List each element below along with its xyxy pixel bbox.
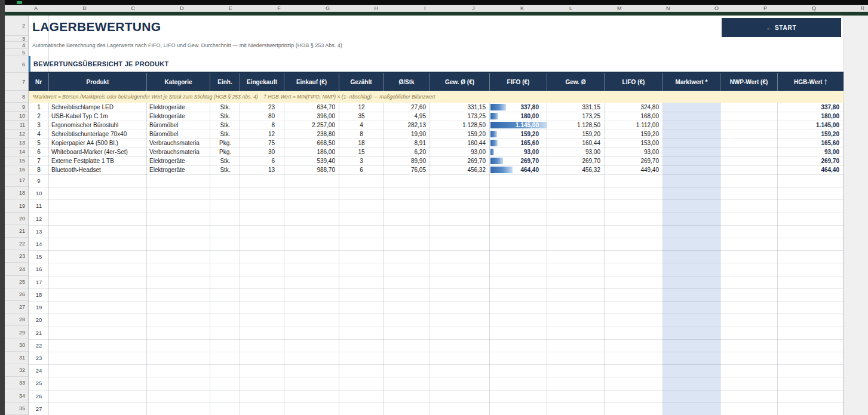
cell-einh[interactable]: Stk. [210,156,240,165]
row-header[interactable]: 32 [5,364,28,377]
cell-gezaehlt[interactable]: 15 [339,147,384,156]
cell-einkauf[interactable]: 2.257,00 [284,121,339,130]
column-header-hgb[interactable]: HGB-Wert † [778,73,844,91]
cell-produkt[interactable]: Schreibtischunterlage 70x40 [49,130,147,139]
row-header[interactable]: 24 [5,263,28,275]
cell-nr[interactable]: 25 [29,377,49,389]
column-header-letter[interactable]: E [229,5,232,12]
cell-nr[interactable]: 6 [29,147,49,156]
cell-produkt[interactable]: Ergonomischer Bürostuhl [49,121,147,130]
column-header-produkt[interactable]: Produkt [49,73,147,91]
column-header-letter[interactable]: O [714,5,719,12]
row-header[interactable]: 35 [5,402,28,415]
row-header[interactable]: 25 [5,276,28,288]
row-header[interactable]: 2 [5,16,28,36]
row-header[interactable]: 12 [5,130,28,139]
cell-lifo[interactable]: 324,80 [605,103,663,112]
cell-lifo[interactable]: 153,00 [605,139,663,147]
cell-eingekauft[interactable]: 12 [240,130,284,139]
column-header-gew_o[interactable]: Gew. Ø (€) [430,73,490,91]
cell-lifo[interactable]: 93,00 [605,147,663,156]
cell-gew_o2[interactable]: 331,15 [547,103,605,112]
cell-hgb[interactable]: 337,80 [778,103,844,112]
cell-nr[interactable]: 16 [29,263,49,275]
column-header-fifo[interactable]: FIFO (€) [490,73,547,91]
cell-gew_o[interactable]: 456,32 [430,165,490,174]
cell-nr[interactable]: 20 [29,313,49,326]
row-header[interactable]: 9 [5,103,28,112]
cell-nr[interactable]: 7 [29,156,49,165]
cell-o_stk[interactable]: 89,90 [384,156,430,165]
cell-produkt[interactable]: Bluetooth-Headset [49,165,147,174]
cell-gezaehlt[interactable]: 12 [339,103,384,112]
column-header-letter[interactable]: H [375,5,379,12]
cell-nr[interactable]: 3 [29,121,49,130]
column-header-letter[interactable]: G [326,5,330,12]
cell-gew_o2[interactable]: 456,32 [547,165,605,174]
cell-gezaehlt[interactable]: 4 [339,121,384,130]
cell-marktwert[interactable] [663,121,720,130]
cell-gezaehlt[interactable]: 35 [339,112,384,121]
row-header[interactable]: 15 [5,156,28,165]
row-header[interactable]: 7 [5,73,28,91]
row-header[interactable]: 27 [5,301,28,313]
cell-fifo[interactable]: 269,70 [490,156,547,165]
cell-fifo[interactable]: 464,40 [490,165,547,174]
cell-produkt[interactable]: Whiteboard-Marker (4er-Set) [49,147,147,156]
cell-einkauf[interactable]: 186,00 [284,147,339,156]
cell-marktwert[interactable] [663,147,720,156]
cell-gew_o2[interactable]: 159,20 [547,130,605,139]
row-header[interactable]: 6 [5,56,28,73]
cell-gew_o[interactable]: 1.128,50 [430,121,490,130]
row-header[interactable]: 4 [5,42,28,49]
cell-marktwert[interactable] [663,139,720,147]
cell-eingekauft[interactable]: 75 [240,139,284,147]
cell-o_stk[interactable]: 8,91 [384,139,430,147]
row-header[interactable]: 19 [5,199,28,212]
cell-einh[interactable]: Stk. [210,112,240,121]
cell-nr[interactable]: 12 [29,213,49,225]
cell-produkt[interactable]: Kopierpapier A4 (500 Bl.) [49,139,147,147]
cell-einkauf[interactable]: 238,80 [284,130,339,139]
cell-gezaehlt[interactable]: 6 [339,165,384,174]
cell-nwp[interactable] [720,139,778,147]
cell-gew_o[interactable]: 160,44 [430,139,490,147]
cell-gew_o[interactable]: 173,25 [430,112,490,121]
cell-nr[interactable]: 27 [29,402,49,415]
cell-nr[interactable]: 1 [29,103,49,112]
column-header-letter[interactable]: R [861,5,865,12]
cell-produkt[interactable]: Externe Festplatte 1 TB [49,156,147,165]
row-header[interactable]: 8 [5,91,28,103]
column-header-letter[interactable]: C [131,5,136,12]
cell-lifo[interactable]: 269,70 [605,156,663,165]
cell-lifo[interactable]: 449,40 [605,165,663,174]
cell-hgb[interactable]: 93,00 [778,147,844,156]
cell-marktwert[interactable] [663,112,720,121]
row-header[interactable]: 21 [5,225,28,238]
column-header-nr[interactable]: Nr [29,73,49,91]
cell-nr[interactable]: 23 [29,352,49,364]
cell-kategorie[interactable]: Büromöbel [147,130,210,139]
column-header-letter[interactable]: Q [812,5,816,12]
column-header-marktwert[interactable]: Marktwert * [663,73,720,91]
cell-hgb[interactable]: 269,70 [778,156,844,165]
cell-kategorie[interactable]: Elektrogeräte [147,103,210,112]
cell-fifo[interactable]: 93,00 [490,147,547,156]
column-header-o_stk[interactable]: Ø/Stk [384,73,430,91]
cell-einh[interactable]: Pkg. [210,139,240,147]
cell-eingekauft[interactable]: 6 [240,156,284,165]
cell-kategorie[interactable]: Elektrogeräte [147,156,210,165]
cell-eingekauft[interactable]: 80 [240,112,284,121]
cell-nr[interactable]: 24 [29,364,49,377]
cell-lifo[interactable]: 159,20 [605,130,663,139]
cell-eingekauft[interactable]: 13 [240,165,284,174]
cell-eingekauft[interactable]: 30 [240,147,284,156]
cell-fifo[interactable]: 159,20 [490,130,547,139]
column-header-letter[interactable]: B [82,5,86,12]
row-header[interactable]: 16 [5,165,28,174]
cell-nr[interactable]: 17 [29,276,49,288]
cell-kategorie[interactable]: Büromöbel [147,121,210,130]
cell-gezaehlt[interactable]: 3 [339,156,384,165]
cell-hgb[interactable]: 159,20 [778,130,844,139]
row-header[interactable]: 31 [5,352,28,364]
